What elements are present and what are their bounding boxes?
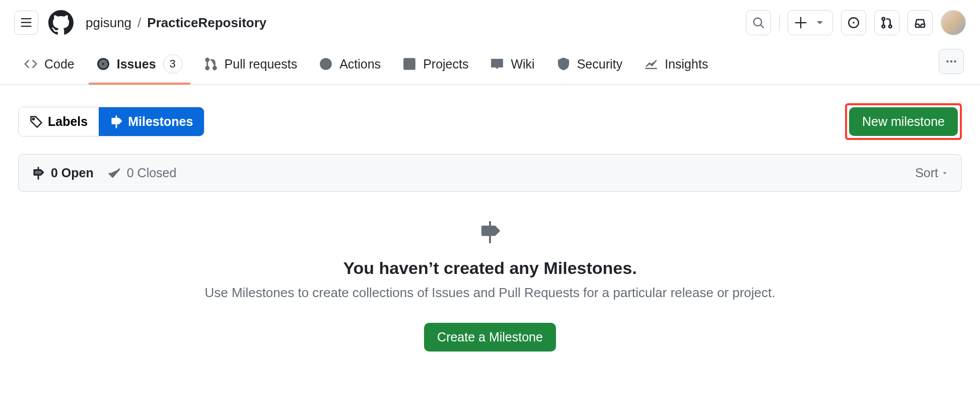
nav-pulls-label: Pull requests	[225, 57, 298, 72]
inbox-icon	[914, 17, 926, 29]
shield-icon	[557, 57, 570, 71]
blankslate-description: Use Milestones to create collections of …	[38, 285, 942, 301]
issue-opened-icon	[97, 57, 110, 71]
table-icon	[403, 57, 416, 71]
tab-labels-label: Labels	[48, 114, 88, 129]
svg-rect-12	[404, 58, 415, 69]
closed-milestones-filter[interactable]: 0 Closed	[108, 166, 177, 180]
nav-more-button[interactable]	[939, 49, 964, 74]
tab-labels[interactable]: Labels	[19, 107, 99, 136]
nav-insights[interactable]: Insights	[637, 48, 716, 83]
svg-point-14	[950, 60, 953, 63]
nav-issues-label: Issues	[117, 57, 156, 72]
breadcrumb-owner-link[interactable]: pgisung	[86, 15, 131, 31]
highlight-annotation: New milestone	[845, 103, 962, 140]
svg-point-13	[946, 60, 949, 63]
github-logo-icon[interactable]	[48, 10, 74, 35]
milestones-table-header: 0 Open 0 Closed Sort	[18, 154, 962, 192]
subnav: Labels Milestones New milestone	[18, 103, 962, 140]
tag-icon	[30, 115, 43, 128]
notifications-button[interactable]	[907, 10, 933, 35]
search-button[interactable]	[746, 10, 771, 35]
breadcrumb-separator: /	[137, 15, 141, 31]
labels-milestones-tabs: Labels Milestones	[18, 107, 204, 136]
open-count-label: 0 Open	[51, 166, 94, 180]
nav-pull-requests[interactable]: Pull requests	[196, 48, 306, 83]
nav-projects[interactable]: Projects	[395, 48, 476, 83]
play-icon	[319, 57, 332, 71]
sort-label: Sort	[915, 166, 938, 180]
svg-point-7	[102, 63, 104, 65]
breadcrumb-repo-link[interactable]: PracticeRepository	[147, 15, 266, 31]
blankslate: You haven’t created any Milestones. Use …	[18, 192, 962, 372]
issues-button[interactable]	[841, 10, 866, 35]
sort-dropdown[interactable]: Sort	[915, 166, 948, 180]
issues-count-badge: 3	[163, 54, 182, 74]
nav-insights-label: Insights	[665, 57, 708, 72]
graph-icon	[645, 57, 658, 71]
search-icon	[752, 17, 764, 29]
check-icon	[108, 167, 121, 180]
nav-security[interactable]: Security	[549, 48, 631, 83]
milestone-icon	[110, 115, 123, 128]
chevron-down-icon	[814, 17, 826, 29]
tab-milestones[interactable]: Milestones	[99, 107, 204, 136]
pull-requests-button[interactable]	[874, 10, 899, 35]
nav-issues[interactable]: Issues 3	[89, 45, 190, 85]
pull-request-icon	[881, 17, 893, 29]
issue-opened-icon	[848, 17, 860, 29]
user-avatar[interactable]	[941, 10, 966, 35]
svg-point-16	[33, 118, 34, 119]
hamburger-menu-button[interactable]	[14, 11, 38, 35]
menu-icon	[20, 17, 32, 29]
header-divider	[779, 15, 780, 31]
svg-point-15	[954, 60, 956, 63]
chevron-down-icon	[941, 170, 948, 177]
code-icon	[24, 57, 37, 71]
create-milestone-button[interactable]: Create a Milestone	[424, 323, 556, 352]
new-milestone-button[interactable]: New milestone	[849, 107, 958, 136]
nav-actions[interactable]: Actions	[311, 48, 389, 83]
nav-code[interactable]: Code	[16, 48, 83, 83]
kebab-icon	[945, 55, 957, 67]
nav-wiki-label: Wiki	[511, 57, 534, 72]
app-header: pgisung / PracticeRepository	[0, 0, 980, 45]
pull-request-icon	[204, 57, 218, 71]
tab-milestones-label: Milestones	[128, 114, 193, 129]
create-new-button[interactable]	[788, 10, 833, 35]
repo-nav: Code Issues 3 Pull requests Actions Proj…	[0, 45, 980, 85]
breadcrumb: pgisung / PracticeRepository	[86, 15, 266, 31]
blankslate-title: You haven’t created any Milestones.	[38, 258, 942, 278]
plus-icon	[795, 17, 807, 29]
milestone-icon	[32, 167, 45, 180]
content-area: Labels Milestones New milestone 0 Open 0…	[0, 85, 980, 390]
nav-wiki[interactable]: Wiki	[482, 48, 542, 83]
nav-code-label: Code	[44, 57, 75, 72]
open-milestones-filter[interactable]: 0 Open	[32, 166, 94, 180]
book-icon	[491, 57, 504, 71]
nav-projects-label: Projects	[423, 57, 468, 72]
nav-actions-label: Actions	[339, 57, 381, 72]
nav-security-label: Security	[577, 57, 622, 72]
closed-count-label: 0 Closed	[127, 166, 177, 180]
svg-point-2	[853, 22, 855, 24]
header-actions	[746, 10, 966, 35]
milestone-icon	[479, 221, 501, 243]
